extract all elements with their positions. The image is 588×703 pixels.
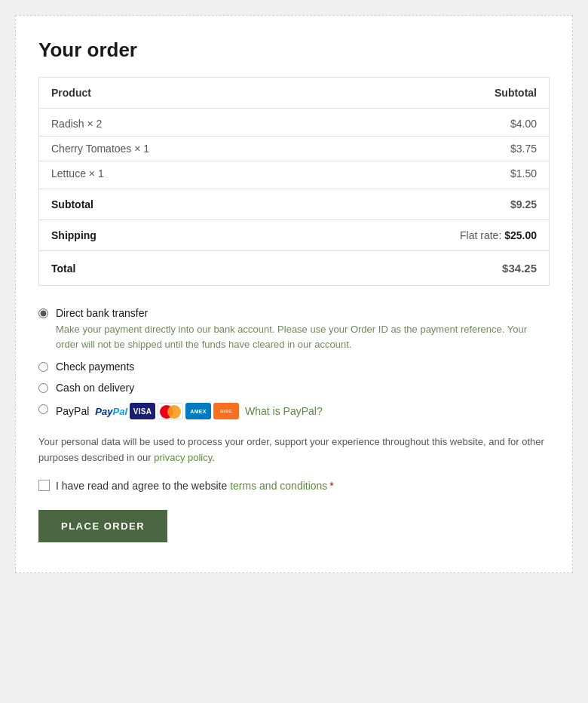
cod-radio[interactable]	[38, 383, 48, 393]
shipping-value: Flat rate: $25.00	[318, 220, 549, 251]
payment-option-check: Check payments	[38, 361, 550, 373]
payment-options: Direct bank transfer Make your payment d…	[38, 307, 550, 419]
product-subtotal: $3.75	[318, 137, 549, 161]
direct-bank-label[interactable]: Direct bank transfer	[56, 307, 148, 319]
cod-label[interactable]: Cash on delivery	[56, 382, 134, 394]
terms-label[interactable]: I have read and agree to the website ter…	[56, 480, 334, 492]
what-is-paypal-link[interactable]: What is PayPal?	[245, 405, 323, 417]
table-row: Lettuce × 1 $1.50	[39, 161, 550, 189]
product-name: Radish × 2	[39, 109, 319, 137]
shipping-row: Shipping Flat rate: $25.00	[39, 220, 550, 251]
visa-icon: VISA	[130, 403, 155, 419]
paypal-label[interactable]: PayPal	[56, 405, 89, 417]
terms-conditions-link[interactable]: terms and conditions	[230, 480, 327, 492]
check-payments-radio[interactable]	[38, 362, 48, 372]
total-row: Total $34.25	[39, 251, 550, 286]
subtotal-column-header: Subtotal	[318, 78, 549, 109]
payment-option-cod: Cash on delivery	[38, 382, 550, 394]
paypal-logo-icon: PayPal	[95, 406, 127, 417]
paypal-radio[interactable]	[38, 404, 48, 414]
payment-option-direct-bank: Direct bank transfer Make your payment d…	[38, 307, 550, 352]
subtotal-label: Subtotal	[39, 189, 319, 220]
privacy-policy-link[interactable]: privacy policy	[154, 452, 212, 463]
table-row: Radish × 2 $4.00	[39, 109, 550, 137]
payment-option-paypal: PayPal PayPal VISA AMEX DISC Wh	[38, 403, 550, 419]
amex-icon: AMEX	[185, 403, 211, 419]
page-title: Your order	[38, 38, 550, 62]
subtotal-value: $9.25	[318, 189, 549, 220]
discover-icon: DISC	[213, 403, 239, 419]
required-indicator: *	[329, 480, 333, 492]
terms-checkbox[interactable]	[38, 480, 50, 491]
product-subtotal: $1.50	[318, 161, 549, 189]
product-column-header: Product	[39, 78, 319, 109]
mastercard-icon	[158, 403, 183, 419]
total-value: $34.25	[318, 251, 549, 286]
place-order-button[interactable]: PLACE ORDER	[38, 510, 167, 542]
direct-bank-description: Make your payment directly into our bank…	[56, 322, 550, 352]
order-table: Product Subtotal Radish × 2 $4.00 Cherry…	[38, 77, 550, 286]
order-page: Your order Product Subtotal Radish × 2 $…	[15, 15, 573, 573]
check-payments-label[interactable]: Check payments	[56, 361, 134, 373]
total-label: Total	[39, 251, 319, 286]
product-name: Cherry Tomatoes × 1	[39, 137, 319, 161]
paypal-card-logos: PayPal VISA AMEX DISC	[95, 403, 239, 419]
terms-row: I have read and agree to the website ter…	[38, 480, 550, 492]
product-subtotal: $4.00	[318, 109, 549, 137]
direct-bank-radio[interactable]	[38, 309, 48, 318]
shipping-label: Shipping	[39, 220, 319, 251]
subtotal-row: Subtotal $9.25	[39, 189, 550, 220]
table-row: Cherry Tomatoes × 1 $3.75	[39, 137, 550, 161]
product-name: Lettuce × 1	[39, 161, 319, 189]
privacy-notice: Your personal data will be used to proce…	[38, 434, 550, 466]
